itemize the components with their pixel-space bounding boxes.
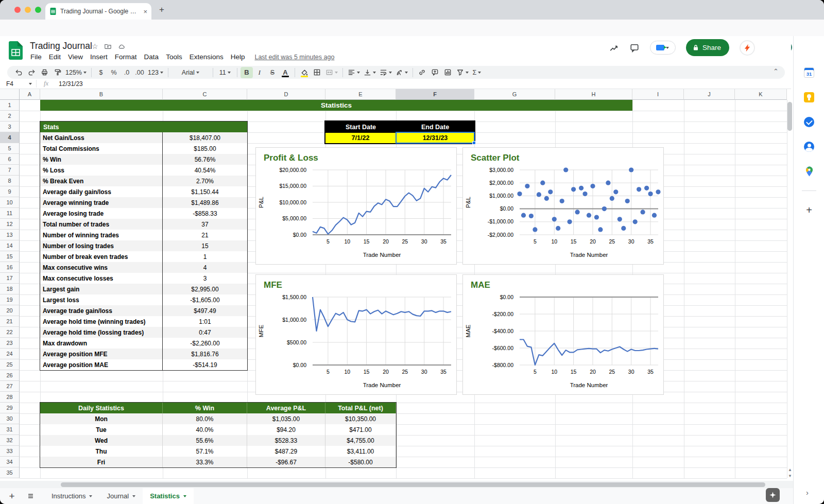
row-header-16[interactable]: 16 <box>0 262 20 273</box>
row-header-31[interactable]: 31 <box>0 424 20 435</box>
insert-chart-button[interactable] <box>442 67 454 78</box>
undo-button[interactable] <box>12 67 25 78</box>
column-header-K[interactable]: K <box>735 89 787 100</box>
sheets-logo-icon[interactable] <box>9 41 23 60</box>
paint-format-button[interactable] <box>51 67 63 78</box>
scroll-up-icon[interactable]: ▲ <box>787 467 793 473</box>
name-box[interactable]: F4 <box>0 80 36 88</box>
row-header-8[interactable]: 8 <box>0 176 20 186</box>
column-header-E[interactable]: E <box>325 89 396 100</box>
scroll-down-icon[interactable]: ▼ <box>787 474 793 479</box>
maps-icon[interactable] <box>803 166 815 177</box>
font-family-select[interactable]: Arial <box>171 67 210 78</box>
row-header-19[interactable]: 19 <box>0 294 20 305</box>
row-header-27[interactable]: 27 <box>0 381 20 392</box>
text-rotation-button[interactable] <box>394 67 409 78</box>
column-header-D[interactable]: D <box>247 89 325 100</box>
functions-button[interactable]: Σ <box>471 67 483 78</box>
row-header-2[interactable]: 2 <box>0 111 20 121</box>
format-currency-button[interactable]: $ <box>95 67 107 78</box>
menu-format[interactable]: Format <box>111 52 141 62</box>
browser-tab[interactable]: Trading Journal - Google Sheet × <box>45 3 151 20</box>
row-header-14[interactable]: 14 <box>0 240 20 251</box>
row-header-26[interactable]: 26 <box>0 370 20 381</box>
row-header-33[interactable]: 33 <box>0 446 20 457</box>
sheet-tab-statistics[interactable]: Statistics <box>143 488 194 504</box>
column-header-B[interactable]: B <box>40 89 163 100</box>
start-date-cell[interactable]: 7/1/22 <box>325 132 396 143</box>
row-header-13[interactable]: 13 <box>0 230 20 240</box>
profit-loss-chart[interactable]: Profit & Loss$20,000.00$15,000.00$10,000… <box>255 147 457 265</box>
tab-close-icon[interactable]: × <box>143 8 147 15</box>
menu-tools[interactable]: Tools <box>162 52 186 62</box>
mae-chart[interactable]: MAE$0.00-$200.00-$400.00-$600.00-$800.00… <box>462 274 664 395</box>
row-header-29[interactable]: 29 <box>0 403 20 413</box>
tasks-icon[interactable] <box>803 116 815 128</box>
column-header-G[interactable]: G <box>474 89 555 100</box>
vertical-align-button[interactable] <box>362 67 377 78</box>
create-filter-button[interactable] <box>455 67 470 78</box>
row-header-30[interactable]: 30 <box>0 413 20 424</box>
minimize-window-button[interactable] <box>25 7 31 13</box>
bold-button[interactable]: B <box>241 67 253 78</box>
format-percent-button[interactable]: % <box>108 67 120 78</box>
text-wrap-button[interactable] <box>378 67 393 78</box>
row-header-22[interactable]: 22 <box>0 327 20 338</box>
row-header-15[interactable]: 15 <box>0 251 20 262</box>
version-history-icon[interactable] <box>609 43 619 53</box>
row-header-32[interactable]: 32 <box>0 435 20 446</box>
increase-decimals-button[interactable]: .00 <box>133 67 146 78</box>
row-header-12[interactable]: 12 <box>0 219 20 230</box>
document-title[interactable]: Trading Journal <box>30 41 92 51</box>
meet-button[interactable] <box>650 41 676 55</box>
print-button[interactable] <box>38 67 50 78</box>
fill-handle[interactable] <box>472 141 476 145</box>
select-all-corner[interactable] <box>0 89 20 100</box>
mfe-chart[interactable]: MFE$1,500.00$1,000.00$500.00$0.005101520… <box>255 274 457 395</box>
comments-icon[interactable] <box>629 43 640 53</box>
menu-extensions[interactable]: Extensions <box>186 52 227 62</box>
new-tab-button[interactable]: + <box>157 5 167 15</box>
account-avatar[interactable] <box>740 40 755 56</box>
collapse-toolbar-icon[interactable]: ⌃ <box>773 67 779 75</box>
row-header-7[interactable]: 7 <box>0 165 20 176</box>
redo-button[interactable] <box>25 67 38 78</box>
menu-help[interactable]: Help <box>227 52 249 62</box>
vertical-scrollbar[interactable] <box>787 102 792 131</box>
share-button[interactable]: Share <box>686 39 729 56</box>
all-sheets-icon[interactable] <box>24 490 37 503</box>
sheet-tab-journal[interactable]: Journal <box>99 488 143 504</box>
row-header-34[interactable]: 34 <box>0 457 20 467</box>
column-header-A[interactable]: A <box>20 89 40 100</box>
row-header-11[interactable]: 11 <box>0 208 20 219</box>
row-header-25[interactable]: 25 <box>0 359 20 370</box>
maximize-window-button[interactable] <box>35 7 41 13</box>
row-header-5[interactable]: 5 <box>0 143 20 154</box>
sheet-tab-instructions[interactable]: Instructions <box>44 488 99 504</box>
row-header-28[interactable]: 28 <box>0 392 20 403</box>
row-header-3[interactable]: 3 <box>0 121 20 132</box>
menu-view[interactable]: View <box>64 52 87 62</box>
row-header-6[interactable]: 6 <box>0 154 20 165</box>
borders-button[interactable] <box>311 67 323 78</box>
scatter-plot-chart[interactable]: Scatter Plot$3,000.00$2,000.00$1,000.00$… <box>462 147 664 265</box>
row-header-35[interactable]: 35 <box>0 467 20 478</box>
last-edit-link[interactable]: Last edit was 5 minutes ago <box>254 54 334 61</box>
calendar-icon[interactable]: 31 <box>803 67 815 78</box>
formula-input[interactable]: 12/31/23 <box>56 80 83 88</box>
horizontal-align-button[interactable] <box>346 67 362 78</box>
row-header-9[interactable]: 9 <box>0 186 20 197</box>
menu-data[interactable]: Data <box>141 52 163 62</box>
row-header-18[interactable]: 18 <box>0 284 20 294</box>
fill-color-button[interactable] <box>298 67 311 78</box>
move-folder-icon[interactable] <box>104 43 112 50</box>
row-header-4[interactable]: 4 <box>0 132 20 143</box>
column-header-C[interactable]: C <box>163 89 247 100</box>
cloud-status-icon[interactable] <box>117 43 126 50</box>
column-header-J[interactable]: J <box>684 89 735 100</box>
row-header-23[interactable]: 23 <box>0 338 20 349</box>
menu-edit[interactable]: Edit <box>45 52 64 62</box>
row-header-20[interactable]: 20 <box>0 305 20 316</box>
contacts-icon[interactable] <box>803 141 815 152</box>
horizontal-scrollbar[interactable] <box>61 482 765 487</box>
